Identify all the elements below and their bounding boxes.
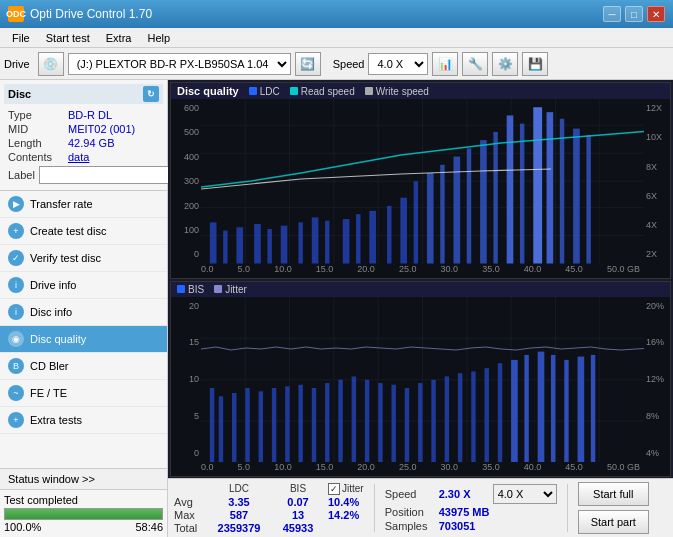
svg-rect-59 [272,388,276,462]
svg-rect-54 [210,388,214,462]
menu-help[interactable]: Help [139,30,178,46]
svg-rect-18 [267,229,271,264]
sidebar-item-fe-te[interactable]: ~ FE / TE [0,380,167,407]
menu-extra[interactable]: Extra [98,30,140,46]
drive-toolbar: Drive 💿 (J:) PLEXTOR BD-R PX-LB950SA 1.0… [0,48,673,80]
sidebar-item-disc-info[interactable]: i Disc info [0,299,167,326]
svg-rect-20 [298,222,302,263]
disc-mid-row: MID MEIT02 (001) [4,122,163,136]
bis-y-axis-left: 20 15 10 5 0 [171,297,201,463]
drive-select[interactable]: (J:) PLEXTOR BD-R PX-LB950SA 1.04 [68,53,291,75]
ldc-y-axis-left: 600 500 400 300 200 100 0 [171,99,201,264]
menu-file[interactable]: File [4,30,38,46]
svg-rect-71 [431,379,435,462]
disc-contents-row: Contents data [4,150,163,164]
toolbar-save-button[interactable]: 💾 [522,52,548,76]
svg-rect-68 [391,384,395,462]
disc-refresh-icon[interactable]: ↻ [143,86,159,102]
toolbar-btn-2[interactable]: 🔧 [462,52,488,76]
drive-reload-button[interactable]: 🔄 [295,52,321,76]
sidebar-item-verify-test-disc[interactable]: ✓ Verify test disc [0,245,167,272]
svg-rect-55 [219,396,223,462]
progress-bar-background [4,508,163,520]
avg-bis: 0.07 [276,496,320,508]
speed-select-dropdown[interactable]: 4.0 X [493,484,557,504]
status-window-button[interactable]: Status window >> [0,469,167,490]
bis-legend-label: BIS [188,284,204,295]
speed-label: Speed [333,58,365,70]
svg-rect-27 [400,198,407,264]
svg-rect-35 [507,115,514,263]
disc-label-input[interactable] [39,166,183,184]
sidebar-item-drive-info[interactable]: i Drive info [0,272,167,299]
start-part-button[interactable]: Start part [578,510,649,534]
svg-rect-24 [356,214,360,263]
jitter-legend-color [214,285,222,293]
svg-rect-23 [343,219,350,263]
ldc-chart-title: Disc quality [177,85,239,97]
svg-rect-72 [445,376,449,462]
svg-rect-14 [210,222,217,263]
toolbar-btn-1[interactable]: 📊 [432,52,458,76]
toolbar-btn-3[interactable]: ⚙️ [492,52,518,76]
svg-rect-16 [236,227,243,263]
svg-rect-67 [378,383,382,462]
sidebar-item-transfer-rate[interactable]: ▶ Transfer rate [0,191,167,218]
jitter-col-header: ✓ Jitter [328,483,364,495]
svg-rect-75 [485,368,489,462]
max-jitter: 14.2% [328,509,359,521]
disc-type-row: Type BD-R DL [4,108,163,122]
read-speed-legend-item: Read speed [290,86,355,97]
sidebar-item-label: Transfer rate [30,198,93,210]
max-ldc: 587 [210,509,268,521]
sidebar-item-cd-bler[interactable]: B CD Bler [0,353,167,380]
svg-rect-63 [325,383,329,462]
sidebar-item-label: Extra tests [30,414,82,426]
close-button[interactable]: ✕ [647,6,665,22]
disc-label-row: Label 🔍 [4,164,163,186]
avg-label: Avg [174,496,202,508]
svg-rect-77 [511,359,518,462]
write-speed-legend-item: Write speed [365,86,429,97]
speed-position-stats: Speed 2.30 X 4.0 X Position 43975 MB Sam… [385,484,557,532]
start-full-button[interactable]: Start full [578,482,649,506]
svg-rect-61 [298,384,302,462]
drive-eject-button[interactable]: 💿 [38,52,64,76]
total-label: Total [174,522,202,534]
svg-rect-28 [414,181,418,263]
sidebar-item-create-test-disc[interactable]: + Create test disc [0,218,167,245]
speed-select[interactable]: 4.0 X [368,53,428,75]
menubar: File Start test Extra Help [0,28,673,48]
extra-tests-icon: + [8,412,24,428]
samples-stat-label: Samples [385,520,435,532]
svg-rect-25 [369,211,376,264]
ldc-x-axis: 0.0 5.0 10.0 15.0 20.0 25.0 30.0 35.0 40… [201,264,640,278]
avg-ldc: 3.35 [210,496,268,508]
cd-bler-icon: B [8,358,24,374]
ldc-legend-item: LDC [249,86,280,97]
menu-start-test[interactable]: Start test [38,30,98,46]
ldc-chart-svg [201,99,644,264]
bis-chart-container: BIS Jitter 20 15 10 5 0 [170,281,671,478]
bis-chart-header: BIS Jitter [171,282,670,297]
stats-column-headers: LDC BIS ✓ Jitter [174,483,364,495]
transfer-rate-icon: ▶ [8,196,24,212]
position-row: Position 43975 MB [385,506,557,518]
svg-rect-74 [471,371,475,462]
bis-x-labels: 0.0 5.0 10.0 15.0 20.0 25.0 30.0 35.0 40… [201,462,640,476]
svg-rect-29 [427,173,434,263]
maximize-button[interactable]: □ [625,6,643,22]
svg-rect-26 [387,206,391,264]
disc-info-icon: i [8,304,24,320]
write-speed-legend-color [365,87,373,95]
svg-rect-57 [245,388,249,462]
minimize-button[interactable]: ─ [603,6,621,22]
speed-row: Speed 2.30 X 4.0 X [385,484,557,504]
svg-rect-33 [480,140,487,263]
svg-rect-36 [520,124,524,264]
jitter-checkbox[interactable]: ✓ [328,483,340,495]
jitter-legend-label: Jitter [225,284,247,295]
sidebar-item-disc-quality[interactable]: ◉ Disc quality [0,326,167,353]
sidebar-item-extra-tests[interactable]: + Extra tests [0,407,167,434]
svg-rect-31 [454,157,461,264]
